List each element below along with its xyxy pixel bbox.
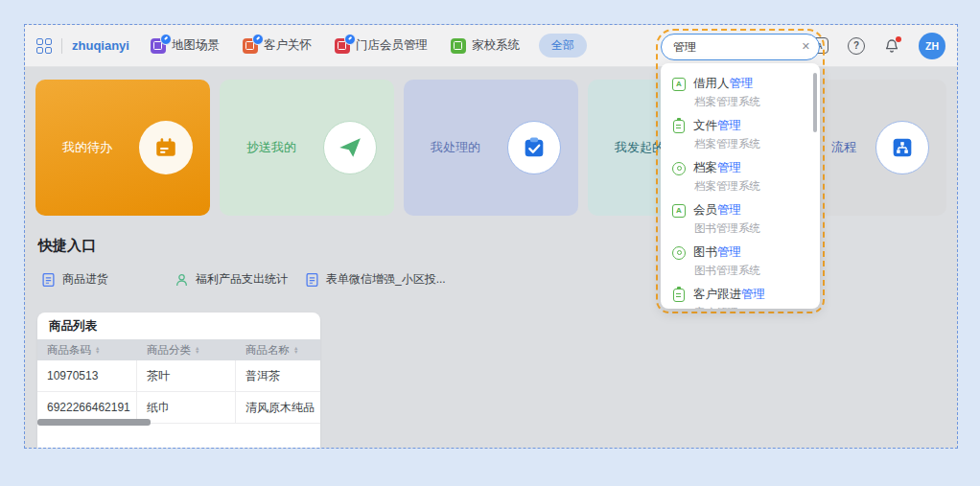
result-subtitle: 档案管理系统	[694, 179, 808, 194]
column-header-category[interactable]: 商品分类	[137, 343, 236, 358]
clipboard-icon	[673, 289, 685, 302]
grid-cell	[45, 47, 52, 54]
product-list-card: 商品列表 商品条码 商品分类 商品名称 10970513 茶叶 普洱茶	[37, 312, 320, 449]
sort-icon[interactable]	[195, 346, 199, 355]
clipboard-icon	[673, 120, 685, 133]
screenshot-canvas: zhuqianyi 地图场景 客户关怀 门店会员管理 家校系统	[0, 0, 980, 486]
result-title: 客户跟进	[693, 288, 741, 301]
brand-name[interactable]: zhuqianyi	[72, 38, 129, 53]
result-subtitle: 档案管理系统	[694, 137, 808, 151]
sort-icon[interactable]	[95, 346, 100, 355]
result-title: 图书	[693, 245, 717, 259]
tab-store-member[interactable]: 门店会员管理	[335, 37, 428, 54]
tab-map-scene[interactable]: 地图场景	[151, 37, 220, 54]
table-header-row: 商品条码 商品分类 商品名称	[37, 339, 320, 360]
todo-calendar-icon	[139, 121, 193, 174]
result-title: 借用人	[693, 77, 730, 90]
all-apps-button[interactable]: 全部	[539, 34, 587, 58]
tab-label: 地图场景	[172, 37, 220, 54]
horizontal-scrollbar[interactable]	[37, 419, 151, 426]
target-icon	[672, 162, 686, 175]
grid-cell	[36, 38, 43, 45]
quick-link-label: 福利产品支出统计	[196, 271, 288, 288]
cell-name: 普洱茶	[236, 360, 320, 391]
result-title: 文件	[693, 119, 717, 132]
quick-link-welfare-stats[interactable]: 福利产品支出统计	[175, 271, 306, 288]
tab-customer-care[interactable]: 客户关怀	[243, 37, 312, 54]
column-label: 商品条码	[47, 343, 91, 358]
search-result-archive-mgmt[interactable]: 档案管理 档案管理系统	[661, 155, 820, 197]
org-chart-icon	[875, 121, 929, 174]
result-match: 管理	[717, 119, 741, 132]
edit-badge-icon	[160, 34, 172, 45]
card-cc-to-me[interactable]: 抄送我的	[220, 80, 394, 216]
tab-label: 家校系统	[472, 37, 520, 54]
card-label: 我的待办	[62, 139, 112, 156]
search-highlight-annotation: ✕ 借用人管理 档案管理系统 文件管理 档案管理系统 档案管理 档案管理系统	[656, 29, 825, 313]
result-match: 管理	[730, 77, 754, 90]
result-subtitle: 客户管理	[694, 306, 808, 309]
topbar-actions: A ? ZH	[810, 33, 945, 59]
card-label: 流程	[831, 139, 856, 156]
user-avatar[interactable]: ZH	[919, 33, 945, 59]
cell-name: 清风原木纯品	[236, 392, 320, 423]
dropdown-scrollbar[interactable]	[813, 73, 817, 132]
search-results-dropdown: 借用人管理 档案管理系统 文件管理 档案管理系统 档案管理 档案管理系统 会员管…	[661, 63, 820, 309]
result-subtitle: 图书管理系统	[694, 221, 808, 236]
search-result-customer-followup-mgmt[interactable]: 客户跟进管理 客户管理	[661, 282, 820, 309]
tab-home-school[interactable]: 家校系统	[451, 37, 520, 54]
quick-link-product-purchase[interactable]: 商品进货	[42, 271, 175, 288]
notification-bell-icon[interactable]	[884, 38, 899, 54]
quick-link-label: 商品进货	[62, 271, 108, 288]
app-frame: zhuqianyi 地图场景 客户关怀 门店会员管理 家校系统	[24, 24, 958, 449]
apps-grid-icon[interactable]	[36, 38, 52, 54]
target-icon	[672, 246, 686, 260]
divider	[61, 38, 62, 54]
card-handled-by-me[interactable]: 我处理的	[404, 80, 578, 216]
contacts-icon	[672, 78, 686, 91]
card-my-todo[interactable]: 我的待办	[35, 80, 210, 216]
home-school-app-icon	[451, 38, 466, 54]
document-icon	[306, 273, 318, 287]
edit-badge-icon	[344, 34, 356, 45]
document-icon	[42, 273, 55, 287]
quick-link-form-wechat[interactable]: 表单微信增强_小区投...	[306, 271, 446, 288]
result-title: 档案	[693, 161, 717, 174]
paper-plane-icon	[323, 121, 377, 174]
table-row[interactable]: 10970513 茶叶 普洱茶	[37, 360, 320, 392]
card-label: 我处理的	[431, 139, 480, 156]
tab-label: 门店会员管理	[356, 37, 428, 54]
sort-icon[interactable]	[293, 346, 298, 355]
map-scene-app-icon	[151, 38, 166, 54]
result-match: 管理	[717, 161, 741, 174]
search-box: ✕	[661, 34, 820, 60]
column-header-name[interactable]: 商品名称	[236, 343, 320, 358]
search-input[interactable]	[661, 34, 820, 60]
result-match: 管理	[717, 245, 741, 259]
notification-dot	[896, 36, 901, 42]
column-label: 商品名称	[245, 343, 290, 358]
quick-link-label: 表单微信增强_小区投...	[326, 271, 446, 288]
search-result-file-mgmt[interactable]: 文件管理 档案管理系统	[661, 113, 820, 155]
search-result-book-mgmt[interactable]: 图书管理 图书管理系统	[661, 240, 820, 282]
store-member-app-icon	[335, 38, 350, 54]
app-tabs: 地图场景 客户关怀 门店会员管理 家校系统	[151, 37, 520, 54]
result-title: 会员	[693, 203, 717, 217]
person-icon	[175, 273, 188, 287]
search-result-borrower-mgmt[interactable]: 借用人管理 档案管理系统	[661, 71, 820, 113]
customer-care-app-icon	[243, 38, 258, 54]
edit-badge-icon	[252, 34, 264, 45]
result-subtitle: 档案管理系统	[694, 95, 808, 109]
product-list-title: 商品列表	[37, 312, 320, 339]
help-icon[interactable]: ?	[848, 37, 865, 55]
column-header-barcode[interactable]: 商品条码	[37, 343, 137, 358]
grid-cell	[36, 47, 43, 54]
result-match: 管理	[741, 288, 765, 301]
result-match: 管理	[717, 203, 741, 217]
cell-category: 茶叶	[137, 360, 236, 391]
card-label: 抄送我的	[246, 139, 296, 156]
column-label: 商品分类	[147, 343, 191, 358]
search-result-member-mgmt[interactable]: 会员管理 图书管理系统	[661, 197, 820, 240]
clear-search-icon[interactable]: ✕	[802, 40, 810, 53]
clipboard-check-icon	[507, 121, 561, 174]
